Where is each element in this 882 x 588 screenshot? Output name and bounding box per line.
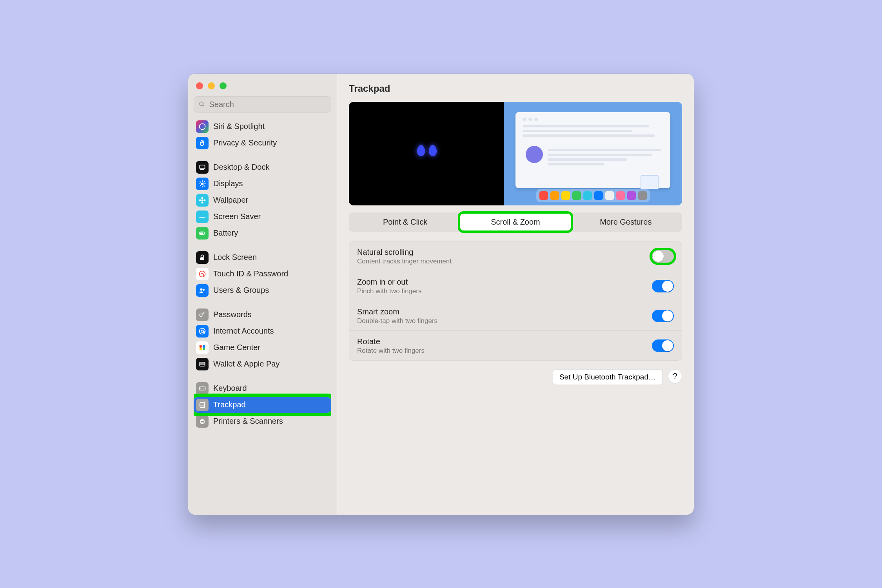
sidebar-item-label: Wallpaper (213, 196, 248, 205)
dock-swatch (638, 191, 647, 200)
gesture-preview-screen (504, 102, 682, 205)
hand-icon (196, 137, 209, 149)
gesture-preview-window (515, 112, 670, 188)
siri-icon (196, 120, 209, 133)
page-title: Trackpad (349, 83, 682, 94)
sidebar-item-passwords[interactable]: Passwords (194, 307, 331, 323)
sidebar-item-label: Lock Screen (213, 253, 257, 262)
sidebar-list[interactable]: Siri & Spotlight Privacy & Security Desk… (194, 118, 331, 510)
search-field[interactable] (194, 96, 331, 113)
svg-point-5 (201, 182, 204, 185)
tab-point-click[interactable]: Point & Click (350, 214, 460, 230)
sidebar-item-label: Internet Accounts (213, 327, 274, 336)
kb-icon (196, 382, 209, 395)
setting-subtitle: Double-tap with two fingers (357, 317, 652, 325)
wallet-icon (196, 358, 209, 370)
dock-swatch (550, 191, 559, 200)
svg-rect-42 (201, 419, 204, 420)
setting-title: Smart zoom (357, 307, 652, 316)
tab-more-gestures[interactable]: More Gestures (571, 214, 681, 230)
sidebar-item-label: Touch ID & Password (213, 269, 288, 278)
print-icon (196, 415, 209, 428)
sidebar-item-label: Wallet & Apple Pay (213, 359, 279, 368)
sidebar-item-label: Printers & Scanners (213, 417, 283, 426)
svg-line-12 (200, 185, 201, 186)
minimize-window-button[interactable] (208, 82, 215, 89)
dock-swatch (539, 191, 548, 200)
sidebar-item-keyboard[interactable]: Keyboard (194, 381, 331, 396)
setting-row-smart-zoom: Smart zoomDouble-tap with two fingers (349, 301, 682, 331)
close-window-button[interactable] (196, 82, 203, 89)
sidebar-item-trackpad[interactable]: Trackpad (194, 397, 331, 413)
help-button[interactable]: ? (668, 369, 682, 383)
setting-row-rotate: RotateRotate with two fingers (349, 331, 682, 360)
sidebar-item-lock-screen[interactable]: Lock Screen (194, 250, 331, 265)
sidebar-item-wallpaper[interactable]: Wallpaper (194, 192, 331, 208)
toggle-zoom-in-or-out[interactable] (652, 280, 674, 292)
sidebar-item-label: Siri & Spotlight (213, 122, 265, 131)
finger-icon (196, 268, 209, 280)
svg-rect-3 (200, 165, 205, 169)
svg-rect-34 (200, 363, 205, 365)
svg-line-1 (203, 105, 204, 106)
svg-point-14 (201, 199, 203, 201)
svg-point-24 (200, 288, 203, 290)
fullscreen-window-button[interactable] (220, 82, 227, 89)
users-icon (196, 284, 209, 297)
toggle-rotate[interactable] (652, 339, 674, 352)
dock-swatch (561, 191, 570, 200)
window-controls (194, 81, 331, 96)
sidebar-item-internet-accounts[interactable]: Internet Accounts (194, 323, 331, 339)
dock-swatch (627, 191, 636, 200)
sidebar-item-label: Displays (213, 179, 243, 188)
svg-rect-38 (203, 388, 204, 388)
setting-subtitle: Pinch with two fingers (357, 287, 652, 295)
sidebar-item-wallet-apple-pay[interactable]: Wallet & Apple Pay (194, 356, 331, 372)
toggle-natural-scrolling[interactable] (652, 250, 674, 263)
sidebar-item-users-groups[interactable]: Users & Groups (194, 283, 331, 298)
main-content: Trackpad (337, 74, 694, 515)
svg-rect-37 (201, 388, 202, 388)
lock-icon (196, 251, 209, 264)
dock-icon (196, 161, 209, 174)
svg-point-23 (200, 271, 205, 277)
svg-rect-22 (200, 257, 204, 260)
svg-point-2 (200, 123, 205, 129)
svg-point-30 (203, 345, 205, 348)
svg-point-0 (200, 102, 203, 106)
dock-swatch (572, 191, 581, 200)
toggle-smart-zoom[interactable] (652, 310, 674, 322)
sidebar-item-label: Trackpad (213, 400, 246, 409)
sidebar-item-label: Users & Groups (213, 286, 269, 295)
gesture-preview (349, 102, 682, 205)
setting-row-natural-scrolling: Natural scrollingContent tracks finger m… (349, 241, 682, 271)
dock-swatch (583, 191, 592, 200)
sidebar-item-desktop-dock[interactable]: Desktop & Dock (194, 160, 331, 175)
sidebar-item-battery[interactable]: Battery (194, 225, 331, 241)
sidebar-item-touch-id-password[interactable]: Touch ID & Password (194, 266, 331, 282)
sidebar-item-label: Desktop & Dock (213, 163, 269, 172)
svg-rect-39 (200, 402, 205, 407)
sidebar-item-screen-saver[interactable]: Screen Saver (194, 209, 331, 225)
tab-scroll-zoom[interactable]: Scroll & Zoom (460, 214, 570, 230)
settings-panel: Natural scrollingContent tracks finger m… (349, 241, 682, 361)
svg-point-15 (201, 197, 203, 199)
sidebar-item-privacy-security[interactable]: Privacy & Security (194, 135, 331, 151)
sidebar-item-displays[interactable]: Displays (194, 176, 331, 192)
batt-icon (196, 227, 209, 240)
search-input[interactable] (209, 100, 326, 109)
sidebar-item-siri-spotlight[interactable]: Siri & Spotlight (194, 119, 331, 134)
svg-point-29 (200, 345, 202, 348)
sidebar-item-game-center[interactable]: Game Center (194, 340, 331, 356)
svg-point-16 (201, 201, 203, 203)
sidebar-item-label: Passwords (213, 310, 252, 319)
sidebar-item-label: Keyboard (213, 384, 247, 393)
setup-bluetooth-trackpad-button[interactable]: Set Up Bluetooth Trackpad… (553, 369, 662, 385)
sidebar-item-printers-scanners[interactable]: Printers & Scanners (194, 414, 331, 429)
setting-title: Rotate (357, 337, 652, 346)
finger-indicator (417, 145, 437, 156)
dock-swatch (594, 191, 603, 200)
sidebar: Siri & Spotlight Privacy & Security Desk… (188, 74, 337, 515)
svg-rect-36 (200, 388, 201, 388)
dock-swatch (605, 191, 614, 200)
